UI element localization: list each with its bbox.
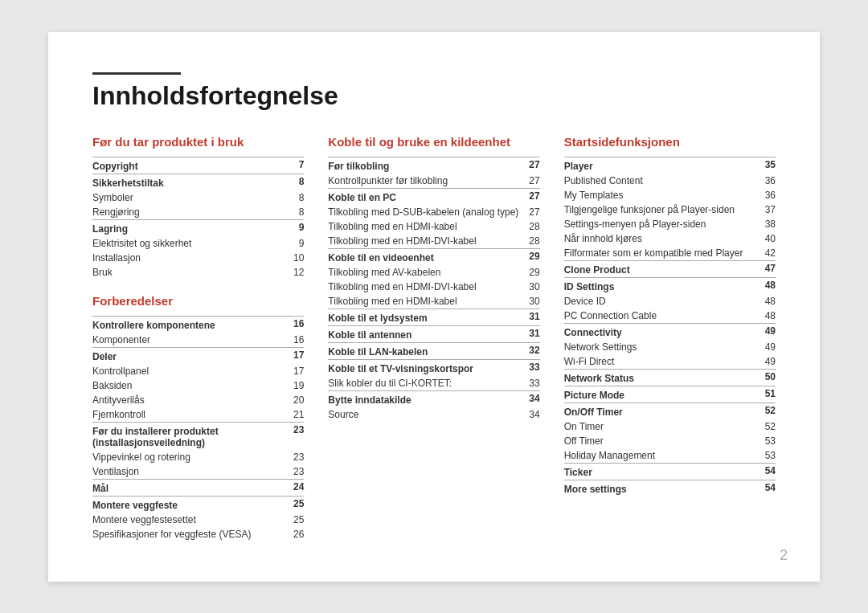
col1-section2-heading: Forberedelser bbox=[92, 294, 304, 308]
entry-label: Koble til et TV-visningskortspor bbox=[328, 359, 520, 376]
table-row: Elektrisitet og sikkerhet9 bbox=[92, 236, 304, 251]
table-row: On/Off Timer52 bbox=[564, 403, 776, 419]
table-row: On Timer52 bbox=[564, 419, 776, 434]
entry-label: Komponenter bbox=[92, 333, 285, 348]
entry-page: 16 bbox=[285, 333, 304, 348]
table-row: Montere veggfestesettet25 bbox=[92, 513, 304, 527]
entry-label: Før du installerer produktet (installasj… bbox=[92, 422, 285, 450]
entry-label: Filformater som er kompatible med Player bbox=[564, 246, 755, 261]
entry-label: Sikkerhetstiltak bbox=[92, 174, 269, 190]
entry-label: Tilkobling med D-SUB-kabelen (analog typ… bbox=[328, 205, 520, 219]
entry-page: 17 bbox=[285, 347, 304, 364]
entry-page: 33 bbox=[520, 376, 539, 391]
table-row: Network Settings49 bbox=[564, 340, 776, 354]
entry-label: Copyright bbox=[92, 157, 269, 174]
table-row: Koble til en PC27 bbox=[328, 188, 539, 205]
table-row: Connectivity49 bbox=[564, 323, 776, 340]
table-row: Off Timer53 bbox=[564, 434, 776, 448]
entry-label: Symboler bbox=[92, 190, 269, 205]
table-row: Koble til et TV-visningskortspor33 bbox=[328, 359, 539, 376]
entry-label: Player bbox=[564, 157, 755, 174]
entry-label: Bytte inndatakilde bbox=[328, 390, 520, 407]
table-row: Rengjøring8 bbox=[92, 205, 304, 220]
entry-page: 9 bbox=[269, 236, 304, 251]
entry-label: Kontrollpunkter før tilkobling bbox=[328, 174, 520, 189]
entry-label: Tilkobling med en HDMI-kabel bbox=[328, 294, 520, 309]
entry-page: 10 bbox=[269, 251, 304, 265]
table-row: Symboler8 bbox=[92, 190, 304, 205]
table-row: Koble til et lydsystem31 bbox=[328, 309, 539, 325]
entry-page: 37 bbox=[755, 202, 776, 217]
entry-page: 7 bbox=[269, 157, 304, 174]
entry-page: 51 bbox=[755, 386, 776, 403]
entry-page: 33 bbox=[520, 359, 539, 376]
table-row: Montere veggfeste25 bbox=[92, 496, 304, 513]
table-row: Fjernkontroll21 bbox=[92, 407, 304, 423]
table-row: Ventilasjon23 bbox=[92, 464, 304, 480]
entry-page: 26 bbox=[285, 527, 304, 541]
entry-page: 35 bbox=[755, 157, 776, 174]
entry-label: Før tilkobling bbox=[328, 157, 520, 174]
entry-label: Network Settings bbox=[564, 340, 755, 354]
entry-page: 49 bbox=[755, 340, 776, 354]
entry-label: Lagring bbox=[92, 219, 269, 236]
entry-page: 28 bbox=[520, 234, 539, 249]
table-row: My Templates36 bbox=[564, 188, 776, 202]
table-row: Koble til en videoenhet29 bbox=[328, 248, 539, 265]
entry-page: 29 bbox=[520, 248, 539, 265]
entry-label: Slik kobler du til CI-KORTET: bbox=[328, 376, 520, 391]
entry-label: Koble til en videoenhet bbox=[328, 248, 520, 265]
entry-label: Koble til antennen bbox=[328, 325, 520, 342]
col1-section1-table: Copyright7Sikkerhetstiltak8Symboler8Reng… bbox=[92, 157, 304, 280]
table-row: Tilkobling med en HDMI-kabel28 bbox=[328, 219, 539, 234]
table-row: Kontrollpanel17 bbox=[92, 364, 304, 378]
col3-section1-heading: Startsidefunksjonen bbox=[564, 135, 776, 149]
entry-label: Settings-menyen på Player-siden bbox=[564, 217, 755, 231]
entry-page: 16 bbox=[285, 316, 304, 333]
col1: Før du tar produktet i bruk Copyright7Si… bbox=[92, 135, 328, 541]
page-number: 2 bbox=[780, 547, 788, 564]
entry-page: 38 bbox=[755, 217, 776, 231]
entry-label: Source bbox=[328, 407, 520, 422]
table-row: Settings-menyen på Player-siden38 bbox=[564, 217, 776, 231]
entry-label: Ventilasjon bbox=[92, 464, 285, 480]
table-row: Tilkobling med en HDMI-kabel30 bbox=[328, 294, 539, 309]
table-row: Komponenter16 bbox=[92, 333, 304, 348]
entry-label: Montere veggfeste bbox=[92, 496, 285, 513]
entry-label: Wi-Fi Direct bbox=[564, 354, 755, 370]
col3-section1-table: Player35Published Content36My Templates3… bbox=[564, 157, 776, 497]
entry-label: Spesifikasjoner for veggfeste (VESA) bbox=[92, 527, 285, 541]
entry-page: 52 bbox=[755, 419, 776, 434]
table-row: Installasjon10 bbox=[92, 251, 304, 265]
entry-page: 52 bbox=[755, 403, 776, 419]
entry-label: Elektrisitet og sikkerhet bbox=[92, 236, 269, 251]
entry-page: 8 bbox=[269, 205, 304, 220]
entry-label: Fjernkontroll bbox=[92, 407, 285, 423]
entry-page: 25 bbox=[285, 513, 304, 527]
entry-label: Tilgjengelige funksjoner på Player-siden bbox=[564, 202, 755, 217]
entry-label: PC Connection Cable bbox=[564, 309, 755, 324]
col2-section1-table: Før tilkobling27Kontrollpunkter før tilk… bbox=[328, 157, 539, 422]
table-row: Kontrollere komponentene16 bbox=[92, 316, 304, 333]
table-row: Copyright7 bbox=[92, 157, 304, 174]
entry-page: 27 bbox=[520, 188, 539, 205]
entry-page: 40 bbox=[755, 231, 776, 246]
entry-page: 53 bbox=[755, 448, 776, 464]
table-row: Baksiden19 bbox=[92, 378, 304, 393]
col1-section2-table: Kontrollere komponentene16Komponenter16D… bbox=[92, 316, 304, 541]
table-row: Tilkobling med AV-kabelen29 bbox=[328, 265, 539, 280]
col3: Startsidefunksjonen Player35Published Co… bbox=[564, 135, 776, 541]
entry-page: 27 bbox=[520, 205, 539, 219]
entry-label: Tilkobling med AV-kabelen bbox=[328, 265, 520, 280]
entry-label: Tilkobling med en HDMI-DVI-kabel bbox=[328, 280, 520, 294]
entry-label: Kontrollere komponentene bbox=[92, 316, 285, 333]
entry-label: Connectivity bbox=[564, 323, 755, 340]
entry-page: 47 bbox=[755, 260, 776, 277]
entry-page: 25 bbox=[285, 496, 304, 513]
table-row: Før du installerer produktet (installasj… bbox=[92, 422, 304, 450]
entry-page: 21 bbox=[285, 407, 304, 423]
page-title: Innholdsfortegnelse bbox=[92, 81, 776, 111]
entry-page: 49 bbox=[755, 323, 776, 340]
entry-page: 54 bbox=[755, 463, 776, 480]
entry-label: ID Settings bbox=[564, 277, 755, 294]
